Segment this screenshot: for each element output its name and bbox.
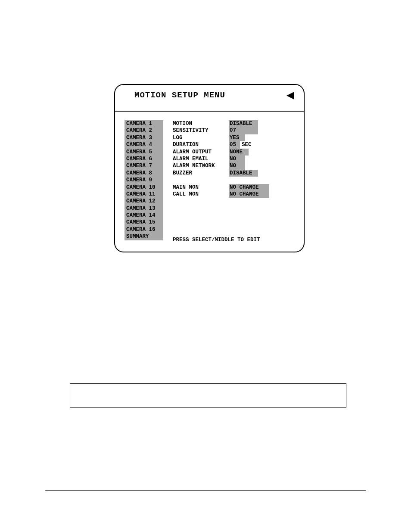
svg-marker-0 — [286, 92, 294, 100]
page: MOTION SETUP MENU CAMERA 1CAMERA 2CAMERA… — [0, 0, 411, 532]
param-row: BUZZERDISABLE — [173, 170, 269, 177]
param-row: LOGYES — [173, 134, 269, 141]
camera-list: CAMERA 1CAMERA 2CAMERA 3CAMERA 4CAMERA 5… — [125, 120, 163, 240]
param-label: DURATION — [173, 141, 229, 148]
title-separator — [115, 111, 304, 112]
menu-body: CAMERA 1CAMERA 2CAMERA 3CAMERA 4CAMERA 5… — [125, 120, 294, 246]
camera-item[interactable]: CAMERA 9 — [125, 177, 163, 184]
camera-item[interactable]: SUMMARY — [125, 233, 163, 240]
param-row: ALARM NETWORKNO — [173, 162, 269, 169]
param-suffix: SEC — [240, 141, 252, 148]
camera-item[interactable]: CAMERA 14 — [125, 212, 163, 219]
param-row: MAIN MONNO CHANGE — [173, 184, 269, 191]
param-row: MOTIONDISABLE — [173, 120, 269, 127]
param-row: ALARM EMAILNO — [173, 156, 269, 162]
camera-item[interactable]: CAMERA 15 — [125, 219, 163, 226]
param-label: ALARM EMAIL — [173, 156, 229, 162]
back-arrow-icon[interactable] — [286, 92, 294, 100]
param-label: MAIN MON — [173, 184, 229, 191]
param-row: SENSITIVITY07 — [173, 127, 269, 134]
motion-setup-panel: MOTION SETUP MENU CAMERA 1CAMERA 2CAMERA… — [114, 84, 305, 252]
camera-item[interactable]: CAMERA 16 — [125, 226, 163, 233]
param-row: DURATION05SEC — [173, 141, 269, 148]
param-value[interactable]: DISABLE — [229, 120, 258, 127]
param-value[interactable]: NO CHANGE — [229, 184, 269, 191]
edit-instruction: PRESS SELECT/MIDDLE TO EDIT — [173, 237, 260, 243]
camera-item[interactable]: CAMERA 6 — [125, 156, 163, 162]
camera-item[interactable]: CAMERA 8 — [125, 170, 163, 177]
camera-item[interactable]: CAMERA 11 — [125, 191, 163, 198]
param-row: ALARM OUTPUTNONE — [173, 149, 269, 156]
param-value[interactable]: NO — [229, 156, 245, 162]
param-label: ALARM OUTPUT — [173, 149, 229, 156]
param-value[interactable]: NO — [229, 162, 245, 169]
blank-caption-box — [70, 383, 346, 408]
param-value[interactable]: 05 — [229, 141, 240, 148]
camera-item[interactable]: CAMERA 1 — [125, 120, 163, 127]
param-label: ALARM NETWORK — [173, 162, 229, 169]
param-list: MOTIONDISABLESENSITIVITY07LOGYESDURATION… — [173, 120, 269, 198]
camera-item[interactable]: CAMERA 3 — [125, 134, 163, 141]
param-label: SENSITIVITY — [173, 127, 229, 134]
camera-item[interactable]: CAMERA 2 — [125, 127, 163, 134]
camera-item[interactable]: CAMERA 5 — [125, 149, 163, 156]
param-row: CALL MONNO CHANGE — [173, 191, 269, 198]
footer-rule — [45, 490, 366, 491]
param-label: BUZZER — [173, 170, 229, 177]
camera-item[interactable]: CAMERA 13 — [125, 205, 163, 212]
camera-item[interactable]: CAMERA 4 — [125, 141, 163, 148]
param-value[interactable]: NO CHANGE — [229, 191, 269, 198]
camera-item[interactable]: CAMERA 12 — [125, 198, 163, 205]
param-label: MOTION — [173, 120, 229, 127]
param-label: CALL MON — [173, 191, 229, 198]
param-value[interactable]: DISABLE — [229, 170, 258, 177]
camera-item[interactable]: CAMERA 7 — [125, 162, 163, 169]
param-value[interactable]: NONE — [229, 149, 249, 156]
param-value[interactable]: YES — [229, 134, 245, 141]
menu-title: MOTION SETUP MENU — [115, 85, 304, 104]
param-label: LOG — [173, 134, 229, 141]
camera-item[interactable]: CAMERA 10 — [125, 184, 163, 191]
param-value[interactable]: 07 — [229, 127, 258, 134]
